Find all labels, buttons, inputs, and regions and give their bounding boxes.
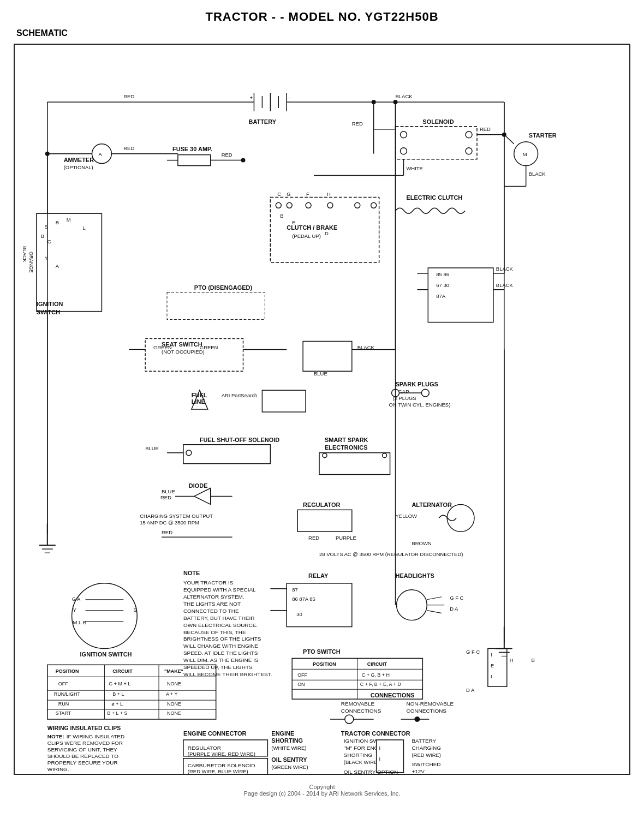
svg-text:PROPERLY SECURE YOUR: PROPERLY SECURE YOUR bbox=[47, 760, 118, 766]
svg-text:C + F, B + E, A + D: C + F, B + E, A + D bbox=[360, 682, 401, 687]
svg-point-67 bbox=[355, 202, 360, 208]
svg-text:86  87A  85: 86 87A 85 bbox=[292, 596, 315, 602]
svg-point-19 bbox=[466, 148, 472, 154]
svg-text:15 AMP DC @ 3500 RPM: 15 AMP DC @ 3500 RPM bbox=[140, 520, 199, 526]
svg-text:B + L + S: B + L + S bbox=[107, 710, 127, 716]
svg-text:IGNITION: IGNITION bbox=[37, 301, 63, 307]
svg-rect-79 bbox=[167, 292, 265, 320]
svg-text:B: B bbox=[41, 233, 44, 239]
svg-text:RED: RED bbox=[162, 529, 172, 535]
svg-text:BLACK: BLACK bbox=[529, 171, 546, 177]
page-title: TRACTOR - - MODEL NO. YGT22H50B bbox=[0, 0, 644, 24]
svg-text:CIRCUIT: CIRCUIT bbox=[367, 661, 387, 667]
svg-point-63 bbox=[276, 202, 281, 208]
svg-text:START: START bbox=[56, 710, 71, 716]
svg-point-121 bbox=[421, 389, 429, 397]
svg-text:FUSE 30 AMP.: FUSE 30 AMP. bbox=[172, 146, 212, 152]
svg-text:NONE: NONE bbox=[167, 681, 181, 686]
svg-text:SPEED. AT IDLE THE LIGHTS: SPEED. AT IDLE THE LIGHTS bbox=[183, 650, 258, 656]
svg-point-18 bbox=[400, 148, 407, 154]
svg-text:ENGINE: ENGINE bbox=[271, 730, 294, 737]
svg-text:PTO (DISENGAGED): PTO (DISENGAGED) bbox=[194, 284, 253, 291]
svg-text:NOTE:: NOTE: bbox=[47, 733, 64, 739]
svg-point-285 bbox=[372, 100, 376, 104]
svg-text:CIRCUIT: CIRCUIT bbox=[112, 668, 133, 674]
svg-text:F: F bbox=[306, 191, 309, 197]
svg-text:+12V: +12V bbox=[412, 768, 425, 774]
svg-text:A: A bbox=[308, 224, 312, 230]
svg-text:WILL CHANGE WITH ENGINE: WILL CHANGE WITH ENGINE bbox=[183, 643, 259, 649]
page-design-text: Page design (c) 2004 - 2014 by ARI Netwo… bbox=[0, 790, 644, 797]
svg-text:SOLENOID: SOLENOID bbox=[422, 118, 454, 125]
svg-point-286 bbox=[393, 100, 398, 104]
svg-text:RED: RED bbox=[222, 152, 232, 158]
svg-text:E: E bbox=[292, 219, 295, 225]
svg-text:CLIPS WERE REMOVED FOR: CLIPS WERE REMOVED FOR bbox=[47, 740, 123, 746]
svg-text:(PURPLE WIRE, RED WIRE): (PURPLE WIRE, RED WIRE) bbox=[188, 751, 255, 757]
svg-rect-144 bbox=[297, 510, 352, 532]
svg-text:ALTERNATOR SYSTEM.: ALTERNATOR SYSTEM. bbox=[183, 594, 245, 600]
svg-text:TRACTOR CONNECTOR: TRACTOR CONNECTOR bbox=[341, 730, 410, 737]
svg-point-131 bbox=[383, 453, 387, 458]
svg-text:85  86: 85 86 bbox=[436, 271, 449, 277]
svg-text:RED: RED bbox=[123, 93, 134, 99]
svg-text:C + G, B + H: C + G, B + H bbox=[362, 672, 390, 678]
svg-text:POSITION: POSITION bbox=[313, 661, 336, 667]
svg-text:28 VOLTS AC @ 3500 RPM (REGULA: 28 VOLTS AC @ 3500 RPM (REGULATOR DISCON… bbox=[319, 551, 463, 557]
svg-text:B + L: B + L bbox=[112, 691, 124, 697]
svg-text:AMMETER: AMMETER bbox=[64, 157, 94, 163]
svg-text:M: M bbox=[67, 217, 71, 223]
svg-text:THE LIGHTS ARE NOT: THE LIGHTS ARE NOT bbox=[183, 601, 241, 607]
svg-text:(PEDAL UP): (PEDAL UP) bbox=[292, 233, 321, 239]
svg-text:NOTE: NOTE bbox=[183, 570, 200, 576]
svg-rect-129 bbox=[319, 453, 390, 475]
svg-text:RED: RED bbox=[308, 535, 319, 541]
svg-text:OWN ELECTRICAL SOURCE.: OWN ELECTRICAL SOURCE. bbox=[183, 622, 258, 628]
svg-text:GAP: GAP bbox=[398, 389, 409, 395]
svg-text:ALTERNATOR: ALTERNATOR bbox=[412, 501, 452, 508]
svg-point-17 bbox=[466, 132, 472, 138]
svg-text:M  L  B: M L B bbox=[73, 619, 86, 625]
svg-text:OFF: OFF bbox=[297, 672, 307, 678]
svg-text:BATTERY: BATTERY bbox=[248, 118, 276, 125]
svg-text:I: I bbox=[379, 745, 381, 751]
svg-text:87: 87 bbox=[292, 587, 298, 593]
svg-text:C: C bbox=[277, 191, 281, 197]
svg-text:G: G bbox=[287, 191, 290, 197]
svg-rect-103 bbox=[303, 341, 352, 371]
svg-text:CONNECTIONS: CONNECTIONS bbox=[371, 692, 415, 698]
svg-point-130 bbox=[323, 453, 327, 458]
svg-rect-114 bbox=[262, 390, 306, 412]
svg-text:+: + bbox=[249, 94, 253, 100]
svg-text:(BLACK WIRE): (BLACK WIRE) bbox=[344, 759, 379, 765]
svg-text:SMART SPARK: SMART SPARK bbox=[325, 437, 368, 443]
svg-point-236 bbox=[345, 715, 354, 724]
svg-text:GREEN: GREEN bbox=[153, 344, 172, 350]
page-footer: Copyright Page design (c) 2004 - 2014 by… bbox=[0, 780, 644, 799]
svg-text:S: S bbox=[133, 607, 136, 613]
svg-text:D A: D A bbox=[450, 606, 458, 612]
svg-text:PURPLE: PURPLE bbox=[336, 535, 356, 541]
svg-text:WILL BECOME THEIR BRIGHTEST.: WILL BECOME THEIR BRIGHTEST. bbox=[183, 671, 272, 677]
svg-text:OIL SENTRY: OIL SENTRY bbox=[271, 756, 307, 763]
svg-text:REGULATOR: REGULATOR bbox=[188, 745, 221, 751]
svg-text:IGNITION SWITCH: IGNITION SWITCH bbox=[80, 651, 132, 658]
svg-text:BATTERY: BATTERY bbox=[412, 738, 436, 744]
svg-text:E: E bbox=[491, 662, 494, 668]
svg-text:WILL DIM. AS THE ENGINE IS: WILL DIM. AS THE ENGINE IS bbox=[183, 657, 259, 663]
svg-text:YOUR TRACTOR IS: YOUR TRACTOR IS bbox=[183, 580, 234, 586]
svg-text:RED: RED bbox=[160, 494, 171, 500]
svg-text:(WHITE WIRE): (WHITE WIRE) bbox=[271, 745, 306, 751]
svg-text:(RED WIRE, BLUE WIRE): (RED WIRE, BLUE WIRE) bbox=[188, 768, 248, 774]
svg-text:CARBURETOR SOLENOID: CARBURETOR SOLENOID bbox=[188, 762, 255, 768]
svg-text:A: A bbox=[56, 263, 59, 269]
svg-text:CONNECTIONS: CONNECTIONS bbox=[341, 708, 381, 714]
svg-text:RELAY: RELAY bbox=[308, 572, 329, 579]
svg-text:HEADLIGHTS: HEADLIGHTS bbox=[396, 572, 434, 579]
svg-text:NON-REMOVABLE: NON-REMOVABLE bbox=[406, 701, 454, 707]
svg-text:30: 30 bbox=[296, 611, 302, 617]
svg-text:L: L bbox=[83, 225, 86, 231]
svg-text:D: D bbox=[325, 230, 329, 236]
svg-text:OIL SENTRY OPTION: OIL SENTRY OPTION bbox=[344, 769, 398, 774]
svg-text:D   A: D A bbox=[466, 687, 475, 693]
